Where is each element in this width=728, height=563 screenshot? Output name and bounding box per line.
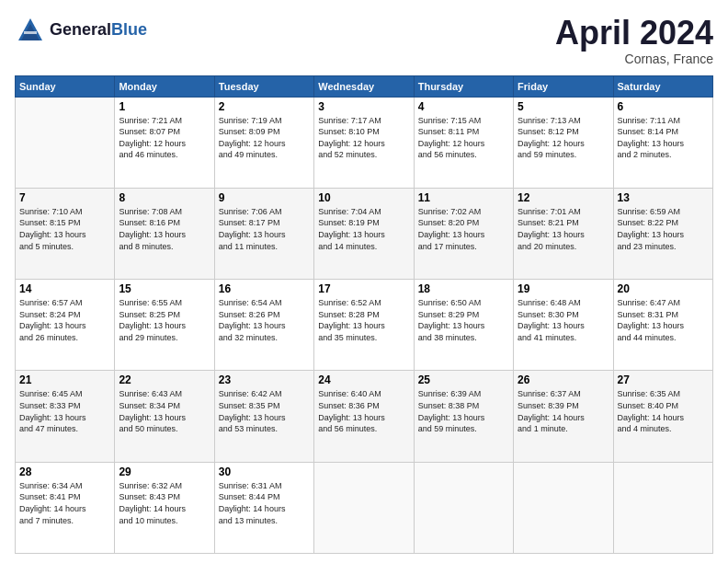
- calendar-cell: 14Sunrise: 6:57 AMSunset: 8:24 PMDayligh…: [16, 280, 115, 371]
- calendar-cell: 29Sunrise: 6:32 AMSunset: 8:43 PMDayligh…: [115, 462, 214, 553]
- day-info: Sunrise: 7:13 AMSunset: 8:12 PMDaylight:…: [518, 115, 609, 161]
- day-info: Sunrise: 6:54 AMSunset: 8:26 PMDaylight:…: [219, 297, 310, 343]
- calendar-cell: [314, 462, 414, 553]
- calendar-cell: 10Sunrise: 7:04 AMSunset: 8:19 PMDayligh…: [314, 188, 414, 279]
- day-info: Sunrise: 6:55 AMSunset: 8:25 PMDaylight:…: [119, 297, 210, 343]
- calendar-cell: 22Sunrise: 6:43 AMSunset: 8:34 PMDayligh…: [115, 371, 214, 462]
- day-info: Sunrise: 6:34 AMSunset: 8:41 PMDaylight:…: [19, 480, 110, 526]
- day-info: Sunrise: 6:37 AMSunset: 8:39 PMDaylight:…: [518, 388, 609, 434]
- day-number: 8: [119, 191, 210, 204]
- day-number: 2: [219, 100, 310, 113]
- calendar-cell: 28Sunrise: 6:34 AMSunset: 8:41 PMDayligh…: [16, 462, 115, 553]
- day-info: Sunrise: 7:11 AMSunset: 8:14 PMDaylight:…: [618, 115, 709, 161]
- title-block: April 2024 Cornas, France: [555, 15, 713, 66]
- calendar-week-row: 1Sunrise: 7:21 AMSunset: 8:07 PMDaylight…: [16, 97, 713, 188]
- calendar-week-row: 21Sunrise: 6:45 AMSunset: 8:33 PMDayligh…: [16, 371, 713, 462]
- day-info: Sunrise: 6:59 AMSunset: 8:22 PMDaylight:…: [618, 206, 709, 252]
- calendar-cell: 20Sunrise: 6:47 AMSunset: 8:31 PMDayligh…: [613, 280, 712, 371]
- calendar-cell: [514, 462, 613, 553]
- day-number: 12: [518, 191, 609, 204]
- day-info: Sunrise: 6:35 AMSunset: 8:40 PMDaylight:…: [618, 388, 709, 434]
- day-number: 23: [219, 373, 310, 386]
- day-info: Sunrise: 6:43 AMSunset: 8:34 PMDaylight:…: [119, 388, 210, 434]
- weekday-header-monday: Monday: [115, 75, 214, 97]
- calendar-cell: 8Sunrise: 7:08 AMSunset: 8:16 PMDaylight…: [115, 188, 214, 279]
- calendar-cell: 17Sunrise: 6:52 AMSunset: 8:28 PMDayligh…: [314, 280, 414, 371]
- day-number: 30: [219, 465, 310, 478]
- weekday-header-wednesday: Wednesday: [314, 75, 414, 97]
- day-info: Sunrise: 7:15 AMSunset: 8:11 PMDaylight:…: [418, 115, 509, 161]
- calendar-cell: 24Sunrise: 6:40 AMSunset: 8:36 PMDayligh…: [314, 371, 414, 462]
- day-number: 27: [618, 373, 709, 386]
- calendar-cell: 4Sunrise: 7:15 AMSunset: 8:11 PMDaylight…: [414, 97, 513, 188]
- day-number: 4: [418, 100, 509, 113]
- calendar-cell: 26Sunrise: 6:37 AMSunset: 8:39 PMDayligh…: [514, 371, 613, 462]
- day-number: 24: [318, 373, 409, 386]
- day-number: 3: [318, 100, 409, 113]
- calendar-header-row: SundayMondayTuesdayWednesdayThursdayFrid…: [16, 75, 713, 97]
- day-number: 13: [618, 191, 709, 204]
- day-info: Sunrise: 7:01 AMSunset: 8:21 PMDaylight:…: [518, 206, 609, 252]
- weekday-header-thursday: Thursday: [414, 75, 513, 97]
- calendar-cell: 11Sunrise: 7:02 AMSunset: 8:20 PMDayligh…: [414, 188, 513, 279]
- svg-rect-2: [24, 31, 37, 34]
- day-info: Sunrise: 7:10 AMSunset: 8:15 PMDaylight:…: [19, 206, 110, 252]
- logo-text: GeneralBlue: [50, 21, 147, 40]
- day-info: Sunrise: 6:48 AMSunset: 8:30 PMDaylight:…: [518, 297, 609, 343]
- calendar-cell: [16, 97, 115, 188]
- page: GeneralBlue April 2024 Cornas, France Su…: [0, 0, 728, 563]
- day-info: Sunrise: 7:06 AMSunset: 8:17 PMDaylight:…: [219, 206, 310, 252]
- calendar-cell: 5Sunrise: 7:13 AMSunset: 8:12 PMDaylight…: [514, 97, 613, 188]
- day-number: 1: [119, 100, 210, 113]
- day-info: Sunrise: 6:31 AMSunset: 8:44 PMDaylight:…: [219, 480, 310, 526]
- header: GeneralBlue April 2024 Cornas, France: [15, 15, 713, 66]
- day-info: Sunrise: 6:45 AMSunset: 8:33 PMDaylight:…: [19, 388, 110, 434]
- day-number: 21: [19, 373, 110, 386]
- weekday-header-friday: Friday: [514, 75, 613, 97]
- day-info: Sunrise: 7:02 AMSunset: 8:20 PMDaylight:…: [418, 206, 509, 252]
- calendar-cell: 9Sunrise: 7:06 AMSunset: 8:17 PMDaylight…: [214, 188, 313, 279]
- day-info: Sunrise: 7:08 AMSunset: 8:16 PMDaylight:…: [119, 206, 210, 252]
- day-info: Sunrise: 6:39 AMSunset: 8:38 PMDaylight:…: [418, 388, 509, 434]
- day-info: Sunrise: 6:52 AMSunset: 8:28 PMDaylight:…: [318, 297, 409, 343]
- day-number: 11: [418, 191, 509, 204]
- calendar-cell: 18Sunrise: 6:50 AMSunset: 8:29 PMDayligh…: [414, 280, 513, 371]
- day-number: 5: [518, 100, 609, 113]
- day-info: Sunrise: 7:17 AMSunset: 8:10 PMDaylight:…: [318, 115, 409, 161]
- calendar-cell: 1Sunrise: 7:21 AMSunset: 8:07 PMDaylight…: [115, 97, 214, 188]
- day-number: 26: [518, 373, 609, 386]
- day-number: 28: [19, 465, 110, 478]
- calendar-cell: [613, 462, 712, 553]
- calendar-week-row: 14Sunrise: 6:57 AMSunset: 8:24 PMDayligh…: [16, 280, 713, 371]
- calendar-cell: 30Sunrise: 6:31 AMSunset: 8:44 PMDayligh…: [214, 462, 313, 553]
- calendar-cell: 25Sunrise: 6:39 AMSunset: 8:38 PMDayligh…: [414, 371, 513, 462]
- day-number: 18: [418, 282, 509, 295]
- calendar-table: SundayMondayTuesdayWednesdayThursdayFrid…: [15, 75, 713, 554]
- month-title: April 2024: [555, 15, 713, 52]
- logo: GeneralBlue: [15, 15, 147, 46]
- day-number: 25: [418, 373, 509, 386]
- calendar-cell: 27Sunrise: 6:35 AMSunset: 8:40 PMDayligh…: [613, 371, 712, 462]
- calendar-cell: 23Sunrise: 6:42 AMSunset: 8:35 PMDayligh…: [214, 371, 313, 462]
- day-number: 20: [618, 282, 709, 295]
- day-number: 15: [119, 282, 210, 295]
- day-info: Sunrise: 6:42 AMSunset: 8:35 PMDaylight:…: [219, 388, 310, 434]
- day-number: 9: [219, 191, 310, 204]
- calendar-cell: 21Sunrise: 6:45 AMSunset: 8:33 PMDayligh…: [16, 371, 115, 462]
- calendar-cell: 19Sunrise: 6:48 AMSunset: 8:30 PMDayligh…: [514, 280, 613, 371]
- day-info: Sunrise: 6:32 AMSunset: 8:43 PMDaylight:…: [119, 480, 210, 526]
- calendar-week-row: 28Sunrise: 6:34 AMSunset: 8:41 PMDayligh…: [16, 462, 713, 553]
- day-number: 16: [219, 282, 310, 295]
- day-number: 14: [19, 282, 110, 295]
- calendar-cell: 2Sunrise: 7:19 AMSunset: 8:09 PMDaylight…: [214, 97, 313, 188]
- day-number: 29: [119, 465, 210, 478]
- day-info: Sunrise: 7:19 AMSunset: 8:09 PMDaylight:…: [219, 115, 310, 161]
- day-info: Sunrise: 6:40 AMSunset: 8:36 PMDaylight:…: [318, 388, 409, 434]
- day-number: 17: [318, 282, 409, 295]
- calendar-cell: 13Sunrise: 6:59 AMSunset: 8:22 PMDayligh…: [613, 188, 712, 279]
- location: Cornas, France: [555, 52, 713, 66]
- day-info: Sunrise: 6:50 AMSunset: 8:29 PMDaylight:…: [418, 297, 509, 343]
- weekday-header-tuesday: Tuesday: [214, 75, 313, 97]
- day-info: Sunrise: 6:57 AMSunset: 8:24 PMDaylight:…: [19, 297, 110, 343]
- logo-icon: [15, 15, 46, 46]
